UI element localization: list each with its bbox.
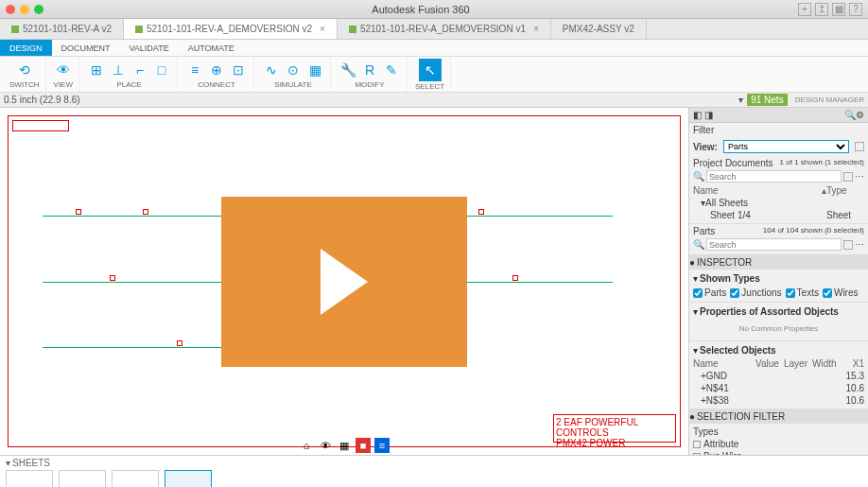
grid-icon[interactable]: ▦	[832, 3, 845, 16]
type-item[interactable]: Bus Wire	[693, 450, 864, 455]
sheet-thumb-2[interactable]: 2	[59, 470, 106, 487]
table-row[interactable]: +GND15.3	[693, 370, 864, 382]
component[interactable]	[110, 275, 115, 281]
col-type[interactable]: Type	[826, 185, 864, 196]
wrench-icon[interactable]: 🔧	[339, 61, 357, 79]
tree-row[interactable]: ▾All Sheets	[693, 197, 864, 209]
attr-icon	[693, 441, 701, 448]
canvas[interactable]: 2 EAF POWERFUL CONTROLS PMX42 POWER ⌂ 👁 …	[0, 108, 688, 455]
chevron-down-icon[interactable]: ▾	[6, 458, 10, 468]
tool-label: SWITCH	[9, 80, 40, 89]
help-icon[interactable]: ?	[849, 3, 862, 16]
video-play-overlay[interactable]	[221, 197, 467, 367]
component[interactable]	[76, 209, 81, 215]
sim1-icon[interactable]: ∿	[262, 61, 281, 79]
inspector-header[interactable]: ●INSPECTOR	[688, 255, 868, 270]
cursor-icon[interactable]: ↖	[419, 59, 442, 81]
junction-icon[interactable]: ⊕	[207, 61, 226, 79]
sim3-icon[interactable]: ▦	[305, 61, 324, 79]
search-input[interactable]	[706, 170, 842, 183]
table-row[interactable]: +N$3810.6	[693, 394, 864, 407]
component[interactable]	[143, 209, 148, 215]
col-x1[interactable]: X1	[841, 358, 864, 369]
tool-simulate[interactable]: ∿ ⊙ ▦ SIMULATE	[256, 57, 331, 92]
close-icon[interactable]: ×	[533, 24, 539, 34]
bus-icon[interactable]: ≡	[185, 61, 204, 79]
component[interactable]	[512, 275, 518, 281]
close-window-icon[interactable]	[6, 5, 15, 14]
sheet-thumb-4[interactable]: 4	[165, 470, 212, 487]
refresh-icon[interactable]	[855, 142, 864, 151]
col-width[interactable]: Width	[812, 358, 841, 369]
table-row[interactable]: +N$4110.6	[693, 382, 864, 394]
vb-layers-icon[interactable]: ≡	[374, 438, 390, 453]
tool-modify[interactable]: 🔧 R ✎ MODIFY	[333, 57, 408, 92]
parts-search-input[interactable]	[706, 238, 842, 251]
tab-doc-3[interactable]: 52101-101-REV-A_DEMOVERSION v1×	[338, 19, 551, 39]
coords: 0.5 inch (22.9 8.6)	[4, 95, 80, 105]
minimize-window-icon[interactable]	[20, 5, 29, 14]
titlebar: Autodesk Fusion 360 + ↥ ▦ ?	[0, 0, 868, 19]
more-icon[interactable]: ⋯	[855, 239, 864, 250]
tab-doc-1[interactable]: 52101-101-REV-A v2	[0, 19, 124, 39]
sheet-thumb-3[interactable]: 3	[112, 470, 159, 487]
gear-icon[interactable]: ⚙	[856, 110, 864, 120]
chk-wires[interactable]: Wires	[823, 287, 859, 298]
chk-junctions[interactable]: Junctions	[730, 287, 781, 298]
col-value[interactable]: Value	[755, 358, 784, 369]
vb-eye-icon[interactable]: 👁	[318, 438, 333, 453]
sim2-icon[interactable]: ⊙	[284, 61, 303, 79]
sheet-thumb-1[interactable]: 1	[6, 470, 53, 487]
tool-connect[interactable]: ≡ ⊕ ⊡ CONNECT	[180, 57, 254, 92]
wire-icon[interactable]: ⌐	[130, 61, 149, 79]
resistor-icon[interactable]: R	[360, 61, 379, 79]
new-icon[interactable]: +	[798, 3, 811, 16]
maximize-window-icon[interactable]	[34, 5, 43, 14]
col-name[interactable]: Name	[693, 358, 755, 369]
selection-filter-header[interactable]: ●SELECTION FILTER	[688, 409, 868, 424]
chk-parts[interactable]: Parts	[693, 287, 726, 298]
view-select[interactable]: Parts	[723, 140, 849, 153]
chevron-down-icon[interactable]: ▾	[693, 306, 698, 317]
tab-doc-4[interactable]: PMX42-ASSY v2	[551, 19, 647, 39]
close-icon[interactable]: ×	[320, 24, 325, 34]
chevron-down-icon[interactable]: ▾	[693, 273, 698, 284]
component[interactable]	[177, 340, 182, 346]
component-icon[interactable]: ⊞	[87, 61, 106, 79]
chk-texts[interactable]: Texts	[786, 287, 819, 298]
vb-stop-icon[interactable]: ■	[356, 438, 371, 453]
tab-label: PMX42-ASSY v2	[563, 24, 634, 34]
col-name[interactable]: Name	[693, 185, 822, 196]
opts-icon[interactable]	[843, 172, 853, 182]
port-icon[interactable]: ⊡	[229, 61, 248, 79]
tool-view[interactable]: 👁 VIEW	[48, 57, 79, 92]
menu-automate[interactable]: AUTOMATE	[179, 40, 244, 56]
tab-doc-2[interactable]: 52101-101-REV-A_DEMOVERSION v2×	[124, 19, 338, 39]
opts-icon[interactable]	[843, 240, 853, 250]
menu-design[interactable]: DESIGN	[0, 40, 52, 56]
tool-label: CONNECT	[198, 80, 235, 89]
col-layer[interactable]: Layer	[784, 358, 812, 369]
menu-validate[interactable]: VALIDATE	[120, 40, 179, 56]
menu-document[interactable]: DOCUMENT	[52, 40, 120, 56]
move-icon[interactable]: ✎	[382, 61, 401, 79]
type-item[interactable]: Attribute	[693, 438, 864, 450]
net-icon[interactable]: ⊥	[109, 61, 128, 79]
tool-switch[interactable]: ⟲ SWITCH	[4, 57, 46, 92]
search-icon[interactable]: 🔍	[844, 110, 856, 120]
vb-grid-icon[interactable]: ▦	[337, 438, 352, 453]
text-icon[interactable]: □	[152, 61, 171, 79]
nets-count[interactable]: 91 Nets	[747, 94, 787, 106]
tool-select[interactable]: ↖ SELECT	[409, 57, 451, 92]
tool-place[interactable]: ⊞ ⊥ ⌐ □ PLACE	[81, 57, 178, 92]
panel-tabs[interactable]: ◧ ◨	[693, 110, 844, 120]
more-icon[interactable]: ⋯	[855, 171, 864, 182]
component[interactable]	[478, 209, 484, 215]
tree-row[interactable]: Sheet 1/4Sheet	[693, 209, 864, 221]
chevron-down-icon[interactable]: ▾	[693, 345, 698, 356]
vb-home-icon[interactable]: ⌂	[299, 438, 314, 453]
dropdown-icon[interactable]: ▾	[738, 95, 743, 105]
window-controls[interactable]	[6, 5, 43, 14]
tool-label: PLACE	[116, 80, 141, 89]
upload-icon[interactable]: ↥	[815, 3, 828, 16]
